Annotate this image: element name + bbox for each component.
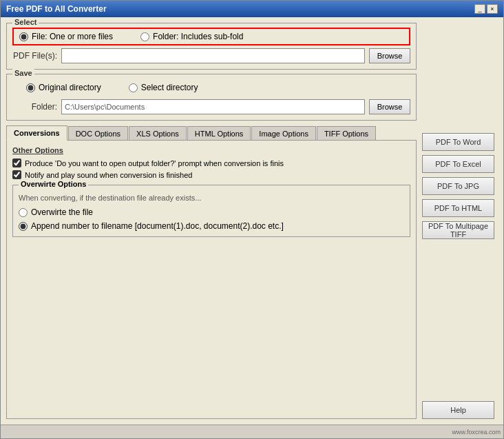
- append-number-option[interactable]: Append number to filename [document(1).d…: [19, 221, 404, 231]
- original-dir-option[interactable]: Original directory: [26, 83, 101, 92]
- minimize-button[interactable]: _: [474, 4, 485, 14]
- other-options-heading: Other Options: [12, 146, 410, 154]
- close-button[interactable]: ×: [487, 4, 498, 14]
- select-dir-label: Select directory: [141, 83, 198, 92]
- folder-label: Folder:: [12, 102, 57, 112]
- save-options-row: Original directory Select directory: [12, 79, 410, 96]
- checkbox-notify-sound-input[interactable]: [12, 170, 21, 179]
- pdf-to-word-button[interactable]: PDF To Word: [422, 133, 494, 151]
- tab-bar: Conversions DOC Options XLS Options HTML…: [6, 125, 417, 140]
- select-group: Select File: One or more files Folder: I…: [6, 23, 417, 70]
- tab-xls-options[interactable]: XLS Options: [129, 126, 187, 141]
- pdf-to-excel-button[interactable]: PDF To Excel: [422, 155, 494, 173]
- tab-doc-options[interactable]: DOC Options: [68, 126, 128, 141]
- pdf-browse-button[interactable]: Browse: [369, 48, 410, 63]
- title-bar: Free PDF to All Converter _ ×: [1, 1, 503, 17]
- left-panel: Select File: One or more files Folder: I…: [6, 23, 417, 419]
- content-area: Select File: One or more files Folder: I…: [1, 17, 503, 425]
- main-window: Free PDF to All Converter _ × Select Fil…: [0, 0, 504, 439]
- overwrite-description: When converting, if the destination file…: [19, 194, 404, 202]
- select-group-label: Select: [12, 18, 39, 26]
- tab-content-conversions: Other Options Produce 'Do you want to op…: [6, 140, 417, 419]
- folder-input[interactable]: [61, 99, 365, 114]
- overwrite-file-radio[interactable]: [19, 208, 28, 217]
- right-panel: PDF To Word PDF To Excel PDF To JPG PDF …: [422, 23, 498, 419]
- overwrite-group-label: Overwirte Options: [19, 180, 88, 188]
- tab-image-options[interactable]: Image Options: [251, 126, 316, 141]
- folder-radio-label: Folder: Includes sub-fold: [153, 32, 243, 41]
- file-radio-option[interactable]: File: One or more files: [19, 32, 113, 41]
- folder-radio-option[interactable]: Folder: Includes sub-fold: [140, 32, 243, 41]
- select-dir-radio[interactable]: [129, 83, 138, 92]
- checkbox-open-folder: Produce 'Do you want to open output fold…: [12, 159, 410, 167]
- pdf-files-row: PDF File(s): Browse: [12, 48, 410, 63]
- save-group-label: Save: [12, 69, 34, 77]
- folder-browse-button[interactable]: Browse: [369, 99, 410, 114]
- help-button[interactable]: Help: [422, 401, 494, 419]
- pdf-to-html-button[interactable]: PDF To HTML: [422, 199, 494, 217]
- tab-html-options[interactable]: HTML Options: [187, 126, 251, 141]
- overwrite-file-option[interactable]: Overwirte the file: [19, 207, 404, 217]
- watermark: www.foxcrea.com: [452, 429, 501, 436]
- pdf-files-label: PDF File(s):: [12, 51, 57, 61]
- save-group: Save Original directory Select directory…: [6, 74, 417, 121]
- folder-radio[interactable]: [140, 32, 149, 41]
- overwrite-group: Overwirte Options When converting, if th…: [12, 185, 410, 237]
- tab-tiff-options[interactable]: TIFF Options: [317, 126, 376, 141]
- window-title: Free PDF to All Converter: [6, 4, 107, 14]
- checkbox-open-folder-label: Produce 'Do you want to open output fold…: [25, 159, 284, 167]
- select-dir-option[interactable]: Select directory: [129, 83, 198, 92]
- original-dir-label: Original directory: [39, 83, 101, 92]
- folder-row: Folder: Browse: [12, 99, 410, 114]
- tab-conversions[interactable]: Conversions: [6, 125, 67, 141]
- checkbox-notify-sound-label: Notify and play sound when conversion is…: [25, 171, 192, 179]
- file-radio-label: File: One or more files: [32, 32, 113, 41]
- append-number-radio[interactable]: [19, 222, 28, 231]
- overwrite-file-label: Overwirte the file: [31, 207, 93, 217]
- select-options-highlight: File: One or more files Folder: Includes…: [12, 28, 410, 45]
- pdf-files-input[interactable]: [61, 48, 365, 63]
- checkbox-notify-sound: Notify and play sound when conversion is…: [12, 170, 410, 179]
- bottom-bar: www.foxcrea.com: [1, 425, 503, 438]
- append-number-label: Append number to filename [document(1).d…: [31, 221, 284, 231]
- tabs-container: Conversions DOC Options XLS Options HTML…: [6, 125, 417, 419]
- file-radio[interactable]: [19, 32, 28, 41]
- pdf-to-jpg-button[interactable]: PDF To JPG: [422, 177, 494, 195]
- pdf-to-tiff-button[interactable]: PDF To Multipage TIFF: [422, 221, 494, 239]
- checkbox-open-folder-input[interactable]: [12, 159, 21, 167]
- original-dir-radio[interactable]: [26, 83, 35, 92]
- window-controls: _ ×: [474, 4, 498, 14]
